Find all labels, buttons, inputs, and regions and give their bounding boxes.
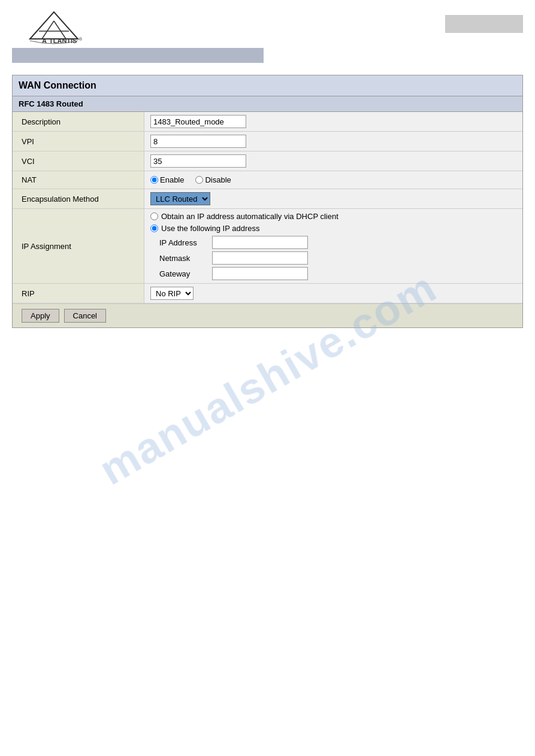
vci-label: VCI [13,151,144,171]
nat-value-cell: Enable Disable [144,171,522,189]
header: TLANTIS A AND ® [0,0,535,45]
description-input[interactable] [150,115,246,128]
main-content: WAN Connection RFC 1483 Routed Descripti… [12,75,523,328]
encapsulation-value-cell: LLC Routed VC MUX [144,189,522,208]
vpi-label: VPI [13,132,144,151]
ip-address-row: IP Address [159,236,516,249]
ip-manual-row: Use the following IP address [150,224,516,233]
ip-manual-radio[interactable] [150,224,158,232]
encapsulation-row: Encapsulation Method LLC Routed VC MUX [13,189,522,209]
ip-assignment-row: IP Assignment Obtain an IP address autom… [13,209,522,284]
ip-dhcp-radio[interactable] [150,212,158,220]
ip-dhcp-row: Obtain an IP address automatically via D… [150,212,516,221]
description-label: Description [13,112,144,131]
ip-dhcp-label: Obtain an IP address automatically via D… [161,212,338,221]
netmask-label: Netmask [159,254,207,263]
wan-subtitle: RFC 1483 Routed [19,99,83,108]
ip-fields-group: IP Address Netmask Gateway [159,236,516,280]
nat-enable-text: Enable [160,175,184,184]
gateway-row: Gateway [159,267,516,280]
nat-label: NAT [13,171,144,189]
vci-row: VCI [13,151,522,171]
svg-text:®: ® [79,37,83,41]
logo-area: TLANTIS A AND ® [12,6,90,45]
rip-label: RIP [13,284,144,303]
ip-assignment-label: IP Assignment [13,209,144,283]
cancel-button[interactable]: Cancel [64,309,106,323]
gateway-input[interactable] [212,267,308,280]
nat-enable-label[interactable]: Enable [150,175,184,184]
nat-disable-label[interactable]: Disable [195,175,231,184]
nat-enable-radio[interactable] [150,176,158,184]
description-row: Description [13,112,522,132]
vpi-input[interactable] [150,135,246,148]
table-title-row: WAN Connection [13,75,523,96]
vci-value-cell [144,151,522,171]
buttons-row: Apply Cancel [13,303,522,327]
rip-row: RIP No RIP RIP v1 RIP v2 [13,284,522,303]
description-value-cell [144,112,522,131]
table-subtitle-row: RFC 1483 Routed [13,96,523,112]
vpi-value-cell [144,132,522,151]
nat-row: NAT Enable Disable [13,171,522,189]
rip-value-cell: No RIP RIP v1 RIP v2 [144,284,522,303]
wan-form: Description VPI VCI [12,112,523,328]
atlantis-logo: TLANTIS A AND ® [12,6,90,45]
nat-disable-radio[interactable] [195,176,203,184]
ip-manual-label: Use the following IP address [161,224,260,233]
encapsulation-label: Encapsulation Method [13,189,144,208]
apply-button[interactable]: Apply [22,309,59,323]
encapsulation-select[interactable]: LLC Routed VC MUX [150,192,210,205]
wan-connection-table: WAN Connection RFC 1483 Routed [12,75,523,112]
wan-connection-title: WAN Connection [19,80,96,90]
ip-assignment-value-cell: Obtain an IP address automatically via D… [144,209,522,283]
netmask-row: Netmask [159,251,516,265]
vci-input[interactable] [150,154,246,168]
gateway-label: Gateway [159,269,207,278]
nav-bar [12,48,264,63]
rip-select[interactable]: No RIP RIP v1 RIP v2 [150,287,194,300]
svg-marker-0 [30,12,78,39]
top-right-nav-box [445,15,523,33]
ip-address-label: IP Address [159,238,207,247]
netmask-input[interactable] [212,251,308,265]
ip-address-input[interactable] [212,236,308,249]
vpi-row: VPI [13,132,522,151]
nat-disable-text: Disable [205,175,231,184]
